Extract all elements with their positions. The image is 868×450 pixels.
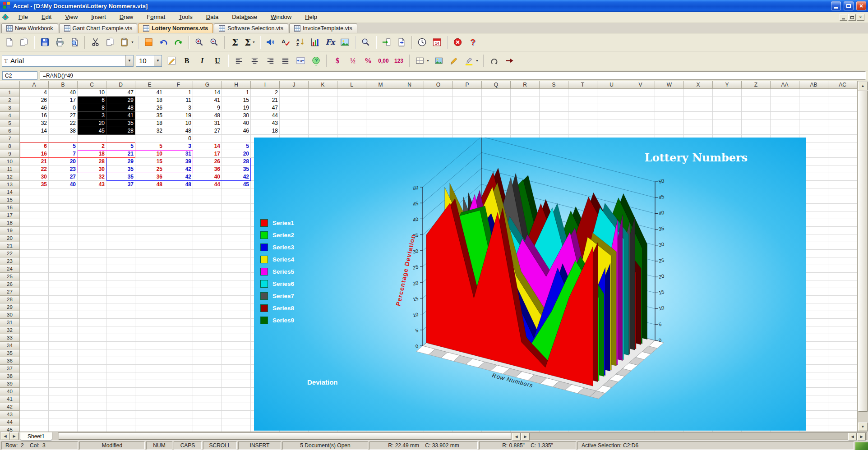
cell-H5[interactable]: 40: [222, 119, 251, 127]
cell-A25[interactable]: [20, 273, 49, 280]
text-direction-button[interactable]: [503, 54, 517, 68]
cell-A17[interactable]: [20, 211, 49, 219]
row-header-41[interactable]: 41: [0, 395, 20, 403]
formula-input[interactable]: =RAND()*49: [40, 71, 866, 80]
cell-AC11[interactable]: [828, 165, 857, 173]
cell-D9[interactable]: 21: [106, 150, 135, 158]
cell-H36[interactable]: [222, 357, 251, 365]
scroll-down-button[interactable]: ▼: [858, 422, 868, 431]
cell-D11[interactable]: 35: [106, 165, 135, 173]
cell-D20[interactable]: [106, 234, 135, 242]
cell-C2[interactable]: 6: [78, 96, 106, 104]
cell-F20[interactable]: [164, 234, 193, 242]
cell-C43[interactable]: [78, 411, 106, 418]
cell-AB3[interactable]: [799, 104, 828, 112]
cell-W4[interactable]: [655, 112, 684, 119]
cell-U4[interactable]: [597, 112, 626, 119]
cell-Q2[interactable]: [482, 96, 511, 104]
row-header-7[interactable]: 7: [0, 135, 20, 142]
cell-C13[interactable]: 43: [78, 181, 106, 188]
cell-H11[interactable]: 35: [222, 165, 251, 173]
cell-D12[interactable]: 35: [106, 173, 135, 181]
undo-button[interactable]: [157, 35, 171, 50]
cell-AB2[interactable]: [799, 96, 828, 104]
cell-S5[interactable]: [540, 119, 568, 127]
cell-H40[interactable]: [222, 388, 251, 395]
cell-C37[interactable]: [78, 365, 106, 372]
cell-D35[interactable]: [106, 349, 135, 357]
cell-G25[interactable]: [193, 273, 222, 280]
cell-W6[interactable]: [655, 127, 684, 135]
cell-E24[interactable]: [135, 265, 164, 273]
cell-H15[interactable]: [222, 196, 251, 204]
cell-J4[interactable]: [280, 112, 309, 119]
print-button[interactable]: [52, 35, 67, 50]
row-header-3[interactable]: 3: [0, 104, 20, 112]
document-tab-invoicetemplate-vts[interactable]: InvoiceTemplate.vts: [289, 23, 357, 33]
align-justify-button[interactable]: [278, 54, 292, 68]
row-header-8[interactable]: 8: [0, 142, 20, 150]
row-header-18[interactable]: 18: [0, 219, 20, 227]
cell-W2[interactable]: [655, 96, 684, 104]
cell-B35[interactable]: [49, 349, 78, 357]
cell-G44[interactable]: [193, 418, 222, 426]
cell-A10[interactable]: 21: [20, 158, 49, 165]
row-header-22[interactable]: 22: [0, 250, 20, 257]
cell-F14[interactable]: [164, 188, 193, 196]
cell-G27[interactable]: [193, 288, 222, 296]
column-header-AA[interactable]: AA: [771, 81, 799, 89]
cell-H6[interactable]: 46: [222, 127, 251, 135]
cell-B37[interactable]: [49, 365, 78, 372]
cell-E7[interactable]: [135, 135, 164, 142]
zoom-out-button[interactable]: [207, 35, 222, 50]
cell-P2[interactable]: [453, 96, 482, 104]
cell-E17[interactable]: [135, 211, 164, 219]
cell-D26[interactable]: [106, 280, 135, 288]
cell-Z1[interactable]: [742, 89, 771, 96]
menu-view[interactable]: View: [58, 12, 84, 23]
cell-AC28[interactable]: [828, 296, 857, 303]
cell-H41[interactable]: [222, 395, 251, 403]
cell-A23[interactable]: [20, 257, 49, 265]
cell-E36[interactable]: [135, 357, 164, 365]
cell-A8[interactable]: 6: [20, 142, 49, 150]
cell-Z4[interactable]: [742, 112, 771, 119]
cell-G31[interactable]: [193, 319, 222, 326]
row-header-14[interactable]: 14: [0, 188, 20, 196]
cell-A13[interactable]: 35: [20, 181, 49, 188]
cell-AC31[interactable]: [828, 319, 857, 326]
cell-AC18[interactable]: [828, 219, 857, 227]
cell-E11[interactable]: 25: [135, 165, 164, 173]
cell-AC21[interactable]: [828, 242, 857, 250]
cell-D15[interactable]: [106, 196, 135, 204]
cell-D4[interactable]: 41: [106, 112, 135, 119]
cell-B41[interactable]: [49, 395, 78, 403]
cell-F17[interactable]: [164, 211, 193, 219]
format-percent-button[interactable]: %: [361, 54, 375, 68]
row-header-40[interactable]: 40: [0, 388, 20, 395]
insert-chart-button[interactable]: [308, 35, 323, 50]
cell-G41[interactable]: [193, 395, 222, 403]
cell-F26[interactable]: [164, 280, 193, 288]
cell-AC24[interactable]: [828, 265, 857, 273]
cell-AC17[interactable]: [828, 211, 857, 219]
embedded-chart[interactable]: 0055101015152020252530303535404045455050…: [254, 138, 806, 431]
row-header-13[interactable]: 13: [0, 181, 20, 188]
cell-D27[interactable]: [106, 288, 135, 296]
cell-X6[interactable]: [684, 127, 713, 135]
cell-AC29[interactable]: [828, 303, 857, 311]
cell-A36[interactable]: [20, 357, 49, 365]
cell-A42[interactable]: [20, 403, 49, 411]
cell-G42[interactable]: [193, 403, 222, 411]
cell-A24[interactable]: [20, 265, 49, 273]
cell-C22[interactable]: [78, 250, 106, 257]
cell-D25[interactable]: [106, 273, 135, 280]
cell-F19[interactable]: [164, 227, 193, 234]
row-header-28[interactable]: 28: [0, 296, 20, 303]
column-header-T[interactable]: T: [568, 81, 597, 89]
menu-data[interactable]: Data: [199, 12, 225, 23]
row-header-44[interactable]: 44: [0, 418, 20, 426]
cell-A31[interactable]: [20, 319, 49, 326]
cell-E38[interactable]: [135, 372, 164, 380]
cell-H4[interactable]: 30: [222, 112, 251, 119]
